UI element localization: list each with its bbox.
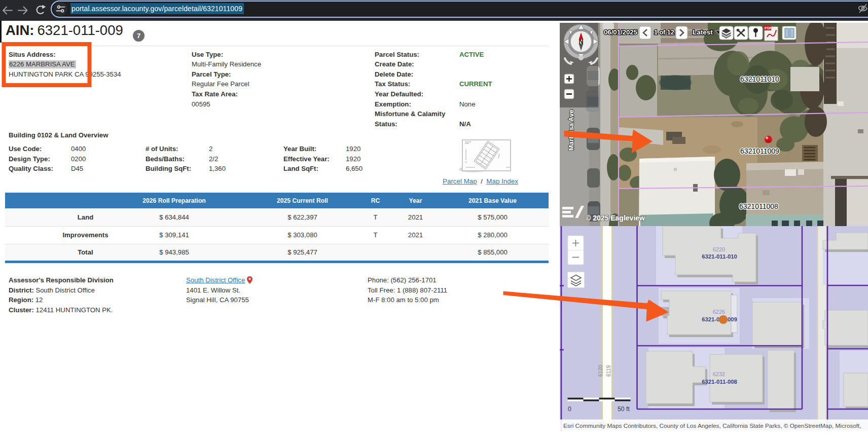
- svg-text:6232: 6232: [713, 371, 725, 377]
- svg-text:N: N: [578, 38, 583, 45]
- svg-text:Marbrisa Ave: Marbrisa Ave: [567, 109, 575, 151]
- svg-text:Latest: Latest: [693, 28, 713, 36]
- svg-text:Esri Community Maps Contributo: Esri Community Maps Contributors, County…: [563, 422, 861, 429]
- svg-text:6120: 6120: [597, 364, 603, 377]
- svg-text:PDF: PDF: [765, 26, 772, 30]
- svg-text:0: 0: [568, 406, 571, 413]
- svg-text:6226: 6226: [713, 309, 725, 315]
- svg-text:6119: 6119: [605, 365, 611, 377]
- svg-text:50 ft: 50 ft: [618, 406, 630, 413]
- svg-text:6321011010: 6321011010: [740, 75, 779, 83]
- svg-text:6220: 6220: [713, 246, 725, 252]
- svg-text:6321011008: 6321011008: [739, 202, 778, 210]
- svg-text:6321011009: 6321011009: [740, 147, 779, 155]
- svg-text:6321-011-010: 6321-011-010: [702, 253, 737, 260]
- svg-text:06/01/2025: 06/01/2025: [604, 28, 637, 36]
- svg-text:6321-011-008: 6321-011-008: [702, 379, 737, 385]
- svg-text:© 2025 Eagleview: © 2025 Eagleview: [586, 214, 645, 222]
- svg-text:1 of 12: 1 of 12: [654, 29, 674, 36]
